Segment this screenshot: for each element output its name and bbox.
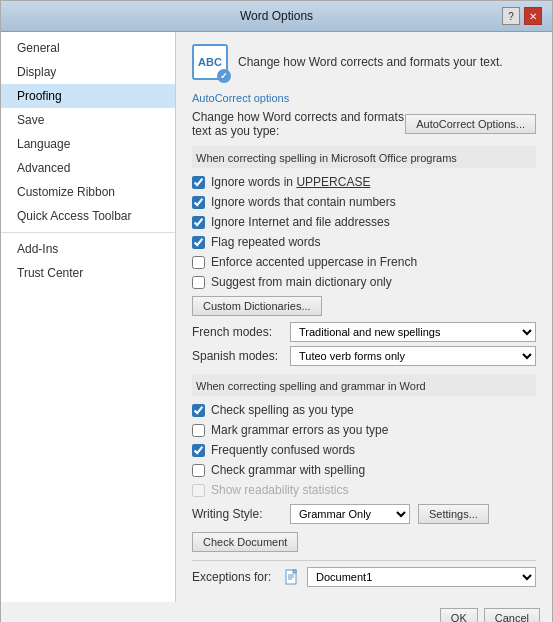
exceptions-document-select[interactable]: Document1 bbox=[307, 567, 536, 587]
doc-svg bbox=[285, 569, 299, 585]
title-bar: Word Options ? ✕ bbox=[1, 1, 552, 32]
ignore-uppercase-label: Ignore words in UPPERCASE bbox=[211, 175, 370, 189]
abc-icon: ABC ✓ bbox=[192, 44, 228, 80]
suggest-main-checkbox[interactable] bbox=[192, 276, 205, 289]
suggest-main-label: Suggest from main dictionary only bbox=[211, 275, 392, 289]
sidebar-item-proofing[interactable]: 1 Proofing bbox=[1, 84, 175, 108]
sidebar-item-customize-ribbon[interactable]: Customize Ribbon bbox=[1, 180, 175, 204]
divider bbox=[192, 560, 536, 561]
ignore-numbers-label: Ignore words that contain numbers bbox=[211, 195, 396, 209]
sidebar-item-addins[interactable]: 2 Add-Ins bbox=[1, 237, 175, 261]
flag-repeated-checkbox[interactable] bbox=[192, 236, 205, 249]
confused-words-checkbox[interactable] bbox=[192, 444, 205, 457]
writing-style-label: Writing Style: bbox=[192, 507, 282, 521]
content-header: ABC ✓ Change how Word corrects and forma… bbox=[192, 44, 536, 80]
writing-style-row: Writing Style: Grammar Only Settings... bbox=[192, 504, 536, 524]
dialog-body: General Display 1 Proofing Save Language… bbox=[1, 32, 552, 602]
ignore-internet-label: Ignore Internet and file addresses bbox=[211, 215, 390, 229]
sidebar-item-quick-access[interactable]: Quick Access Toolbar bbox=[1, 204, 175, 228]
checkbox-ignore-uppercase: Ignore words in UPPERCASE bbox=[192, 174, 536, 190]
checkbox-mark-grammar: Mark grammar errors as you type bbox=[192, 422, 536, 438]
checkbox-enforce-accented: Enforce accented uppercase in French bbox=[192, 254, 536, 270]
sidebar-item-trust-center[interactable]: Trust Center bbox=[1, 261, 175, 285]
word-spelling-header: When correcting spelling and grammar in … bbox=[192, 374, 536, 396]
check-document-button[interactable]: Check Document bbox=[192, 532, 298, 552]
word-spelling-title: When correcting spelling and grammar in … bbox=[192, 378, 536, 394]
spanish-modes-select[interactable]: Tuteo verb forms only bbox=[290, 346, 536, 366]
spanish-modes-label: Spanish modes: bbox=[192, 349, 282, 363]
exceptions-label: Exceptions for: bbox=[192, 570, 277, 584]
french-modes-select[interactable]: Traditional and new spellings bbox=[290, 322, 536, 342]
sidebar-item-advanced[interactable]: Advanced bbox=[1, 156, 175, 180]
check-spelling-label: Check spelling as you type bbox=[211, 403, 354, 417]
autocorrect-section-title: AutoCorrect options bbox=[192, 92, 536, 104]
checkbox-ignore-numbers: Ignore words that contain numbers bbox=[192, 194, 536, 210]
check-document-wrapper: Check Document bbox=[192, 532, 536, 552]
dialog-footer: OK Cancel bbox=[1, 602, 552, 622]
office-spelling-header: When correcting spelling in Microsoft Of… bbox=[192, 146, 536, 168]
sidebar-item-language[interactable]: Language bbox=[1, 132, 175, 156]
spanish-modes-row: Spanish modes: Tuteo verb forms only bbox=[192, 346, 536, 366]
enforce-accented-label: Enforce accented uppercase in French bbox=[211, 255, 417, 269]
readability-label: Show readability statistics bbox=[211, 483, 348, 497]
autocorrect-options-button[interactable]: AutoCorrect Options... bbox=[405, 114, 536, 134]
checkbox-ignore-internet: Ignore Internet and file addresses bbox=[192, 214, 536, 230]
close-button[interactable]: ✕ bbox=[524, 7, 542, 25]
french-modes-row: French modes: Traditional and new spelli… bbox=[192, 322, 536, 342]
cancel-button[interactable]: Cancel bbox=[484, 608, 540, 622]
checkbox-check-spelling: 3 Check spelling as you type bbox=[192, 402, 536, 418]
checkbox-grammar-spelling: Check grammar with spelling bbox=[192, 462, 536, 478]
sidebar-section-2: 2 Add-Ins Trust Center bbox=[1, 232, 175, 285]
grammar-spelling-checkbox[interactable] bbox=[192, 464, 205, 477]
sidebar: General Display 1 Proofing Save Language… bbox=[1, 32, 176, 602]
ignore-uppercase-checkbox[interactable] bbox=[192, 176, 205, 189]
header-description: Change how Word corrects and formats you… bbox=[238, 55, 503, 69]
checkbox-confused-words: Frequently confused words bbox=[192, 442, 536, 458]
abc-label: ABC bbox=[198, 56, 222, 68]
office-spelling-title: When correcting spelling in Microsoft Of… bbox=[192, 150, 536, 166]
confused-words-label: Frequently confused words bbox=[211, 443, 355, 457]
mark-grammar-label: Mark grammar errors as you type bbox=[211, 423, 388, 437]
ignore-numbers-checkbox[interactable] bbox=[192, 196, 205, 209]
checkbox-flag-repeated: Flag repeated words bbox=[192, 234, 536, 250]
mark-grammar-checkbox[interactable] bbox=[192, 424, 205, 437]
help-button[interactable]: ? bbox=[502, 7, 520, 25]
window-controls: ? ✕ bbox=[502, 7, 542, 25]
sidebar-item-display[interactable]: Display bbox=[1, 60, 175, 84]
check-spelling-checkbox[interactable] bbox=[192, 404, 205, 417]
readability-checkbox[interactable] bbox=[192, 484, 205, 497]
ignore-internet-checkbox[interactable] bbox=[192, 216, 205, 229]
custom-dict-wrapper: Custom Dictionaries... bbox=[192, 296, 536, 316]
checkbox-readability: Show readability statistics bbox=[192, 482, 536, 498]
exceptions-row: Exceptions for: Document1 bbox=[192, 567, 536, 587]
sidebar-item-save[interactable]: Save bbox=[1, 108, 175, 132]
document-icon bbox=[285, 569, 299, 585]
grammar-spelling-label: Check grammar with spelling bbox=[211, 463, 365, 477]
settings-button[interactable]: Settings... bbox=[418, 504, 489, 524]
main-content: ABC ✓ Change how Word corrects and forma… bbox=[176, 32, 552, 602]
flag-repeated-label: Flag repeated words bbox=[211, 235, 320, 249]
custom-dictionaries-button[interactable]: Custom Dictionaries... bbox=[192, 296, 322, 316]
dialog-title: Word Options bbox=[51, 9, 502, 23]
french-modes-label: French modes: bbox=[192, 325, 282, 339]
checkbox-suggest-main: Suggest from main dictionary only bbox=[192, 274, 536, 290]
sidebar-item-general[interactable]: General bbox=[1, 36, 175, 60]
word-options-dialog: Word Options ? ✕ General Display 1 Proof… bbox=[0, 0, 553, 622]
enforce-accented-checkbox[interactable] bbox=[192, 256, 205, 269]
svg-rect-1 bbox=[293, 570, 296, 573]
ok-button[interactable]: OK bbox=[440, 608, 478, 622]
checkmark-icon: ✓ bbox=[217, 69, 231, 83]
autocorrect-description: Change how Word corrects and formats tex… bbox=[192, 110, 405, 138]
autocorrect-row: Change how Word corrects and formats tex… bbox=[192, 110, 536, 138]
writing-style-select[interactable]: Grammar Only bbox=[290, 504, 410, 524]
